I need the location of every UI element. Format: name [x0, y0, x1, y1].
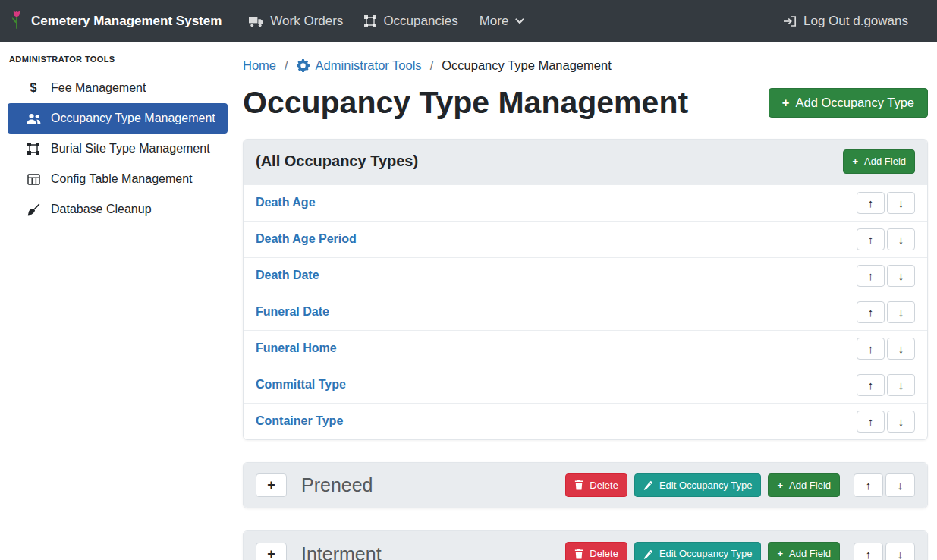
logout-button[interactable]: Log Out d.gowans [772, 8, 919, 35]
logout-label: Log Out d.gowans [803, 14, 908, 29]
add-occupancy-type-button[interactable]: + Add Occupancy Type [769, 88, 928, 118]
move-up-button[interactable]: ↑ [854, 473, 883, 497]
frame-icon [26, 143, 41, 155]
move-down-button[interactable]: ↓ [885, 473, 915, 497]
move-down-button[interactable]: ↓ [887, 411, 915, 433]
occupancy-type-card-interment: + Interment Delete [243, 530, 928, 560]
plus-icon: + [782, 96, 790, 111]
reorder-controls: ↑ ↓ [857, 338, 915, 360]
truck-icon [249, 16, 263, 27]
table-icon [26, 174, 41, 185]
breadcrumb: Home / Administrator Tools / Occupancy T… [243, 42, 928, 73]
breadcrumb-admin-tools-link[interactable]: Administrator Tools [297, 58, 422, 73]
tulip-logo-icon [9, 8, 24, 34]
field-link[interactable]: Container Type [256, 414, 343, 428]
nav-occupancies[interactable]: Occupancies [354, 8, 468, 35]
occupancy-type-title: Preneed [301, 474, 373, 496]
nav-occupancies-label: Occupancies [383, 14, 457, 29]
move-up-button[interactable]: ↑ [857, 374, 885, 396]
move-down-button[interactable]: ↓ [887, 374, 915, 396]
reorder-controls: ↑ ↓ [857, 411, 915, 433]
add-field-label: Add Field [864, 156, 906, 168]
field-row: Death Age Period ↑ ↓ [244, 221, 927, 257]
field-link[interactable]: Death Age Period [256, 232, 357, 246]
expand-button[interactable]: + [256, 543, 287, 560]
delete-label: Delete [590, 548, 618, 560]
sidebar-item-config-table-management[interactable]: Config Table Management [8, 164, 228, 194]
nav-more[interactable]: More [469, 8, 536, 35]
all-occupancy-types-header: (All Occupancy Types) + Add Field [244, 140, 927, 184]
move-down-button[interactable]: ↓ [887, 228, 915, 250]
edit-label: Edit Occupancy Type [659, 548, 753, 560]
occupancy-type-header: + Preneed Delete [244, 463, 927, 508]
field-link[interactable]: Death Age [256, 196, 316, 209]
move-up-button[interactable]: ↑ [857, 228, 885, 250]
reorder-controls: ↑ ↓ [857, 228, 915, 250]
top-navbar: Cemetery Management System Work Orders [0, 0, 937, 42]
sidebar-item-database-cleanup[interactable]: Database Cleanup [8, 194, 228, 225]
sidebar-item-occupancy-type-management[interactable]: Occupancy Type Management [8, 103, 228, 134]
users-icon [26, 113, 41, 124]
navbar-right: Log Out d.gowans [772, 8, 919, 35]
move-down-button[interactable]: ↓ [885, 543, 915, 560]
field-row: Committal Type ↑ ↓ [244, 367, 927, 403]
move-up-button[interactable]: ↑ [857, 192, 885, 214]
sidebar-item-label: Fee Management [51, 81, 146, 95]
plus-icon: + [852, 156, 858, 168]
edit-occupancy-type-button[interactable]: Edit Occupancy Type [634, 473, 762, 498]
expand-button[interactable]: + [256, 473, 287, 497]
move-down-button[interactable]: ↓ [887, 338, 915, 360]
chevron-down-icon [515, 18, 524, 24]
nav-more-label: More [480, 14, 509, 29]
move-up-button[interactable]: ↑ [857, 265, 885, 287]
sidebar: Administrator Tools $ Fee Management Occ… [0, 42, 235, 560]
card-title: (All Occupancy Types) [256, 153, 418, 170]
add-occupancy-type-label: Add Occupancy Type [795, 96, 914, 111]
gear-icon [297, 59, 310, 72]
type-header-left: + Preneed [256, 473, 373, 497]
sidebar-item-label: Burial Site Type Management [51, 142, 210, 156]
sidebar-item-burial-site-type-management[interactable]: Burial Site Type Management [8, 134, 228, 164]
field-link[interactable]: Funeral Date [256, 305, 329, 319]
edit-occupancy-type-button[interactable]: Edit Occupancy Type [634, 542, 762, 560]
nav-work-orders[interactable]: Work Orders [238, 8, 354, 35]
move-down-button[interactable]: ↓ [887, 265, 915, 287]
add-field-button[interactable]: + Add Field [768, 473, 840, 498]
field-link[interactable]: Funeral Home [256, 341, 337, 355]
field-row: Container Type ↑ ↓ [244, 403, 927, 439]
breadcrumb-home-link[interactable]: Home [243, 58, 276, 73]
plus-icon: + [777, 480, 783, 492]
main-content: Home / Administrator Tools / Occupancy T… [235, 42, 937, 560]
app-title: Cemetery Management System [31, 14, 222, 29]
page-header: Occupancy Type Management + Add Occupanc… [243, 86, 928, 120]
add-field-button[interactable]: + Add Field [843, 149, 915, 174]
page-title: Occupancy Type Management [243, 86, 688, 120]
delete-button[interactable]: Delete [565, 473, 627, 498]
reorder-controls: ↑ ↓ [857, 192, 915, 214]
field-row: Funeral Date ↑ ↓ [244, 294, 927, 330]
delete-button[interactable]: Delete [565, 542, 627, 560]
sidebar-item-label: Occupancy Type Management [51, 112, 215, 125]
add-field-button[interactable]: + Add Field [768, 542, 840, 560]
move-up-button[interactable]: ↑ [854, 543, 883, 560]
field-link[interactable]: Death Date [256, 269, 319, 282]
app-brand[interactable]: Cemetery Management System [9, 8, 222, 34]
breadcrumb-separator: / [285, 58, 288, 73]
move-up-button[interactable]: ↑ [857, 411, 885, 433]
occupancy-type-header: + Interment Delete [244, 531, 927, 560]
type-header-actions: Delete Edit Occupancy Type + Add Field [565, 542, 915, 560]
sidebar-section-title: Administrator Tools [0, 46, 235, 73]
trash-icon [574, 549, 583, 559]
sidebar-item-fee-management[interactable]: $ Fee Management [8, 73, 228, 103]
add-field-label: Add Field [789, 548, 831, 560]
move-up-button[interactable]: ↑ [857, 338, 885, 360]
field-row: Funeral Home ↑ ↓ [244, 330, 927, 367]
type-header-actions: Delete Edit Occupancy Type + Add Field [565, 473, 915, 498]
move-up-button[interactable]: ↑ [857, 301, 885, 323]
field-link[interactable]: Committal Type [256, 378, 346, 392]
add-field-label: Add Field [789, 480, 831, 492]
move-down-button[interactable]: ↓ [887, 192, 915, 214]
pencil-icon [643, 549, 653, 559]
nav-work-orders-label: Work Orders [270, 14, 343, 29]
move-down-button[interactable]: ↓ [887, 301, 915, 323]
